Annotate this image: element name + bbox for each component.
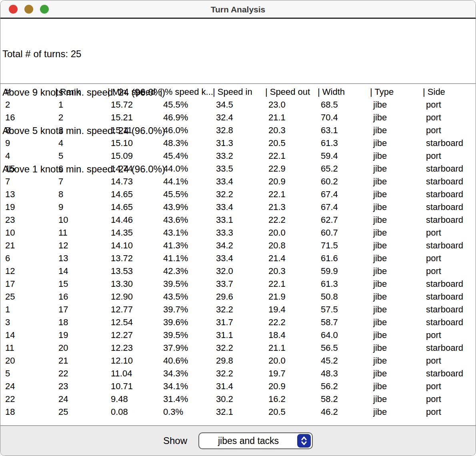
table-cell: 3: [55, 124, 108, 137]
table-cell: starboard: [423, 175, 476, 188]
table-row[interactable]: 101114.3543.1%33.320.060.7jibeport: [3, 226, 476, 239]
table-cell: 14.74: [108, 162, 160, 175]
table-row[interactable]: 112012.2337.9%32.221.156.5jibestarboard: [3, 342, 476, 354]
table-cell: 19.4: [265, 303, 318, 316]
table-row[interactable]: 7714.7344.1%33.420.960.2jibestarboard: [3, 175, 476, 188]
table-cell: jibe: [370, 226, 423, 239]
table-cell: port: [423, 354, 476, 367]
table-cell: jibe: [370, 329, 423, 342]
table-cell: 13.30: [108, 278, 160, 290]
table-cell: 33.4: [213, 201, 265, 214]
table-cell: 59.9: [318, 265, 370, 278]
table-cell: 46.0%: [160, 124, 213, 137]
header-pct-speed[interactable]: | % speed k...: [160, 86, 213, 98]
table-cell: 56.2: [318, 380, 370, 393]
table-row[interactable]: 8315.1146.0%32.820.363.1jibeport: [3, 124, 476, 137]
table-cell: 39.5%: [160, 278, 213, 290]
table-cell: 2: [55, 111, 108, 124]
table-cell: 20.9: [265, 175, 318, 188]
table-row[interactable]: 31812.5439.6%31.722.258.7jibestarboard: [3, 316, 476, 329]
table-row[interactable]: 13814.6545.5%32.222.167.4jibestarboard: [3, 188, 476, 201]
table-cell: 59.4: [318, 150, 370, 162]
table-cell: 0.3%: [160, 406, 213, 418]
table-cell: port: [423, 393, 476, 406]
table-cell: 19: [55, 329, 108, 342]
table-cell: 22.9: [265, 162, 318, 175]
table-row[interactable]: 11712.7739.7%32.219.457.5jibestarboard: [3, 303, 476, 316]
table-row[interactable]: 4515.0945.4%33.222.159.4jibeport: [3, 150, 476, 162]
table-cell: 33.5: [213, 162, 265, 175]
table-cell: 22.1: [265, 278, 318, 290]
header-width[interactable]: | Width: [318, 86, 370, 98]
table-cell: 39.6%: [160, 316, 213, 329]
window-title: Turn Analysis: [0, 0, 476, 19]
header-side[interactable]: | Side: [423, 86, 476, 98]
table-cell: 32.4: [213, 111, 265, 124]
table-cell: 12.90: [108, 290, 160, 303]
titlebar[interactable]: Turn Analysis: [0, 0, 476, 19]
table-row[interactable]: 61313.7241.1%33.421.461.6jibeport: [3, 252, 476, 265]
table-cell: 17: [55, 303, 108, 316]
table-cell: starboard: [423, 316, 476, 329]
table-row[interactable]: 202112.1040.6%29.820.045.2jibeport: [3, 354, 476, 367]
table-cell: 34.2: [213, 239, 265, 252]
header-number[interactable]: #: [3, 86, 55, 98]
table-cell: 11.04: [108, 367, 160, 380]
table-cell: 64.0: [318, 329, 370, 342]
table-row[interactable]: 52211.0434.3%32.219.748.3jibestarboard: [3, 367, 476, 380]
table-cell: 65.2: [318, 162, 370, 175]
table-row[interactable]: 251612.9043.5%29.621.950.8jibestarboard: [3, 290, 476, 303]
table-cell: 12: [55, 239, 108, 252]
table-row[interactable]: 242310.7134.1%31.420.956.2jibeport: [3, 380, 476, 393]
table-row[interactable]: 9415.1048.3%31.320.561.3jibestarboard: [3, 137, 476, 150]
header-rank[interactable]: | Rank: [55, 86, 108, 98]
table-row[interactable]: 121413.5342.3%32.020.359.9jibeport: [3, 265, 476, 278]
table-row[interactable]: 16215.2146.9%32.421.170.4jibeport: [3, 111, 476, 124]
table-cell: 32.2: [213, 367, 265, 380]
table-cell: 45.4%: [160, 150, 213, 162]
table-cell: jibe: [370, 150, 423, 162]
table-cell: jibe: [370, 188, 423, 201]
table-cell: 25: [55, 406, 108, 418]
table-cell: 33.2: [213, 150, 265, 162]
header-min-speed[interactable]: | Min. speed: [108, 86, 160, 98]
table-cell: 10.71: [108, 380, 160, 393]
table-cell: 67.4: [318, 188, 370, 201]
table-cell: 31.1: [213, 329, 265, 342]
table-row[interactable]: 15614.7444.0%33.522.965.2jibestarboard: [3, 162, 476, 175]
table-row[interactable]: 141912.2739.5%31.118.464.0jibeport: [3, 329, 476, 342]
table-cell: 11: [3, 342, 55, 354]
table-cell: 12.27: [108, 329, 160, 342]
table-cell: 25: [3, 290, 55, 303]
header-type[interactable]: | Type: [370, 86, 423, 98]
table-cell: 68.5: [318, 98, 370, 111]
table-cell: 21: [55, 354, 108, 367]
header-speed-in[interactable]: | Speed in: [213, 86, 265, 98]
table-row[interactable]: 22249.4831.4%30.216.258.2jibeport: [3, 393, 476, 406]
table-cell: 12.23: [108, 342, 160, 354]
table-cell: 5: [55, 150, 108, 162]
table-cell: 1: [55, 98, 108, 111]
table-cell: 43.9%: [160, 201, 213, 214]
table-row[interactable]: 2115.7245.5%34.523.068.5jibeport: [3, 98, 476, 111]
table-cell: 48.3%: [160, 137, 213, 150]
table-cell: port: [423, 329, 476, 342]
table-row[interactable]: 19914.6543.9%33.421.367.4jibestarboard: [3, 201, 476, 214]
table-cell: 56.5: [318, 342, 370, 354]
table-cell: jibe: [370, 303, 423, 316]
table-cell: 6: [3, 252, 55, 265]
header-speed-out[interactable]: | Speed out: [265, 86, 318, 98]
table-cell: port: [423, 226, 476, 239]
table-cell: 12.10: [108, 354, 160, 367]
table-cell: 18: [55, 316, 108, 329]
show-filter-dropdown[interactable]: jibes and tacks: [198, 432, 313, 449]
table-cell: 5: [3, 367, 55, 380]
table-body: 2115.7245.5%34.523.068.5jibeport16215.21…: [3, 98, 476, 418]
table-row[interactable]: 231014.4643.6%33.122.262.7jibestarboard: [3, 214, 476, 226]
table-row[interactable]: 211214.1041.3%34.220.871.5jibestarboard: [3, 239, 476, 252]
table-cell: 21.1: [265, 342, 318, 354]
table-row[interactable]: 18250.080.3%32.120.546.2jibeport: [3, 406, 476, 418]
table-cell: 46.2: [318, 406, 370, 418]
table-row[interactable]: 171513.3039.5%33.722.161.3jibestarboard: [3, 278, 476, 290]
turn-table: # | Rank | Min. speed | % speed k... | S…: [0, 83, 476, 418]
